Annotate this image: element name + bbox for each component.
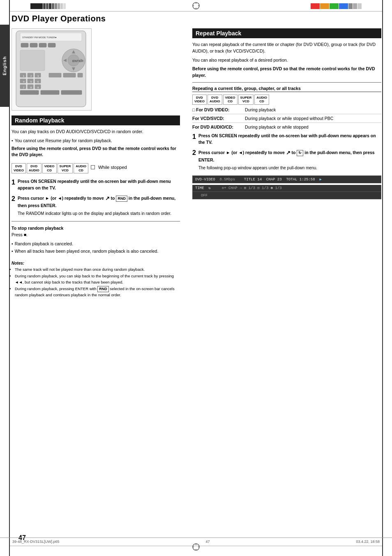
playback-row-vcd: For VCD/SVCD: During playback or while s… — [192, 116, 381, 123]
footer-center: 47 — [205, 540, 210, 544]
display-line-1: DVD-VIDEO 8.5Mbps TITLE 14 CHAP 23 TOTAL… — [192, 175, 381, 183]
repeat-step-1-content: Press ON SCREEN repeatedly until the on-… — [198, 133, 381, 146]
language-label: English — [0, 25, 9, 107]
display-off-label: OFF — [192, 192, 381, 199]
stop-press: Press ■. — [12, 232, 180, 238]
svg-rect-33 — [63, 73, 76, 77]
note-item-1: The same track will not be played more t… — [15, 267, 180, 272]
remote-control-image: STANDBY FM MODE TUNER● ENTER — [12, 28, 92, 111]
note-item-3: During random playback, pressing ENTER w… — [15, 286, 180, 298]
step-1-number: 1 — [12, 178, 15, 191]
dvd-logo-vcd: VIDEOCD — [42, 163, 57, 173]
repeating-sub-heading: Repeating a current title, group, chapte… — [192, 86, 381, 92]
left-border-line — [9, 0, 10, 556]
dvd-video-label: □ For DVD VIDEO: — [192, 107, 242, 112]
top-color-bars-right — [311, 2, 362, 9]
notes-title: Notes: — [12, 261, 180, 265]
checkbox-while-stopped — [91, 165, 95, 169]
stop-bullet-2: • When all tracks have been played once,… — [12, 248, 180, 255]
svg-text:STANDBY  FM MODE  TUNER●: STANDBY FM MODE TUNER● — [22, 36, 57, 39]
random-playback-header: Random Playback — [12, 115, 180, 125]
dvd-logo-r-audio: DVDAUDIO — [208, 95, 222, 105]
page-title: DVD Player Operations — [12, 14, 381, 23]
playback-row-dvd-audio: For DVD AUDIO/CD: During playback or whi… — [192, 125, 381, 129]
top-color-bars-left — [30, 2, 66, 9]
random-playback-bullet1: • You cannot use Resume play for random … — [12, 138, 180, 144]
vcd-label: For VCD/SVCD: — [192, 116, 242, 121]
dvd-logo-audio: DVDAUDIO — [27, 163, 42, 173]
playback-timing-table: □ For DVD VIDEO: During playback For VCD… — [192, 107, 381, 129]
footer-right: 03.4.22, 18:58 — [356, 540, 380, 544]
random-playback-intro: You can play tracks on DVD AUDIO/VCD/SVC… — [12, 129, 180, 135]
dvd-logos-left-row: DVDVIDEO DVDAUDIO VIDEOCD SUPERVCD AUDIO… — [12, 161, 180, 176]
right-border-line — [382, 0, 383, 556]
stop-bullet-1: • Random playback is canceled. — [12, 241, 180, 247]
playback-row-dvd-video: □ For DVD VIDEO: During playback — [192, 107, 381, 114]
svg-rect-31 — [61, 90, 82, 95]
step-1-content: Press ON SCREEN repeatedly until the on-… — [18, 178, 180, 191]
dvd-logo-video: DVDVIDEO — [12, 163, 26, 173]
random-step-2: 2 Press cursor ► (or ◄) repeatedly to mo… — [12, 195, 180, 218]
remote-note-left: Before using the remote control, press D… — [12, 145, 180, 159]
stop-random-title: To stop random playback — [12, 226, 180, 231]
while-stopped-row: While stopped — [91, 165, 127, 170]
dvd-logo-acd: AUDIOCD — [74, 163, 88, 173]
svg-rect-9 — [30, 43, 37, 47]
repeat-intro-1: You can repeat playback of the current t… — [192, 42, 381, 55]
repeat-step-1: 1 Press ON SCREEN repeatedly until the o… — [192, 133, 381, 146]
repeat-step-2-content: Press cursor ► (or ◄) repeatedly to move… — [198, 149, 381, 172]
dvd-logos-left: DVDVIDEO DVDAUDIO VIDEOCD SUPERVCD AUDIO… — [12, 163, 88, 173]
while-stopped-label: While stopped — [98, 165, 127, 170]
left-column: STANDBY FM MODE TUNER● ENTER — [12, 28, 188, 299]
repeat-step-2: 2 Press cursor ► (or ◄) repeatedly to mo… — [192, 149, 381, 172]
svg-rect-32 — [49, 73, 61, 77]
dvd-logos-right: DVDVIDEO DVDAUDIO VIDEOCD SUPERVCD AUDIO… — [192, 95, 381, 105]
dvd-logo-r-vcd: VIDEOCD — [223, 95, 238, 105]
svg-rect-12 — [20, 50, 45, 71]
step-2-content: Press cursor ► (or ◄) repeatedly to move… — [18, 195, 180, 218]
svg-rect-34 — [78, 73, 83, 77]
dvd-logo-r-svcd: SUPERVCD — [238, 95, 254, 105]
dvd-video-value: During playback — [245, 107, 381, 112]
bottom-crosshair — [192, 543, 200, 552]
vcd-value: During playback or while stopped without… — [245, 116, 381, 121]
remote-note-right: Before using the remote control, press D… — [192, 66, 381, 79]
repeat-step-2-num: 2 — [192, 149, 196, 172]
divider-stop — [12, 221, 180, 221]
divider-right-1 — [192, 82, 381, 83]
dvd-audio-label: For DVD AUDIO/CD: — [192, 125, 242, 129]
repeat-intro-2: You can also repeat playback of a desire… — [192, 57, 381, 64]
step-2-number: 2 — [12, 195, 15, 218]
footer-left: 39-48_RX-DV31SL[UW].p65 — [12, 540, 60, 544]
dvd-audio-value: During playback or while stopped — [245, 125, 381, 129]
crosshair-icon — [192, 2, 200, 11]
dvd-logo-svcd: SUPERVCD — [58, 163, 73, 173]
dvd-logo-r-acd: AUDIOCD — [254, 95, 269, 105]
right-column: Repeat Playback You can repeat playback … — [188, 28, 381, 299]
svg-rect-30 — [41, 90, 59, 95]
random-step-1: 1 Press ON SCREEN repeatedly until the o… — [12, 178, 180, 191]
svg-rect-11 — [48, 43, 55, 47]
notes-list: The same track will not be played more t… — [12, 267, 180, 298]
note-item-2: During random playback, you can skip bac… — [15, 273, 180, 285]
dvd-logo-r-video: DVDVIDEO — [192, 95, 207, 105]
svg-rect-10 — [39, 43, 46, 47]
repeat-step-1-num: 1 — [192, 133, 196, 146]
display-screen-area: DVD-VIDEO 8.5Mbps TITLE 14 CHAP 23 TOTAL… — [192, 175, 381, 199]
display-line-2: TIME ↻ ⊙+ CHAP → ⊞ 1/3 ⊡ 1/3 ☻ 1/3 — [192, 185, 381, 192]
repeat-playback-header: Repeat Playback — [192, 28, 381, 38]
svg-rect-29 — [20, 90, 39, 95]
svg-rect-8 — [21, 43, 28, 47]
